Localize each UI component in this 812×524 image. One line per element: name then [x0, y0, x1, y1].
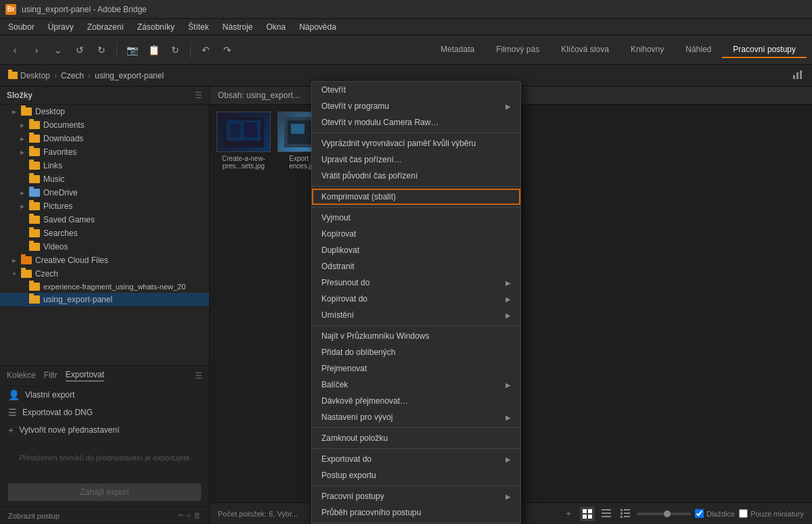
details-view-button[interactable] — [618, 506, 633, 521]
dlazdice-checkbox[interactable] — [695, 509, 704, 518]
folder-czech[interactable]: ▼ Czech — [0, 267, 209, 281]
expand-desktop: ▶ — [11, 108, 18, 115]
export-dng-icon: ☰ — [8, 407, 17, 418]
ctx-upravit-cas[interactable]: Upravit čas pořízení… — [312, 151, 520, 168]
ctx-prubeh[interactable]: Průběh pracovního postupu — [312, 504, 520, 521]
ctx-exportovat-do-label: Exportovat do — [321, 454, 371, 464]
folder-videos[interactable]: Videos — [0, 240, 209, 254]
ctx-komprimovat[interactable]: Komprimovat (sbalit) — [312, 189, 520, 205]
ctx-balicek[interactable]: Balíček ▶ — [312, 377, 520, 393]
ctx-pracovni-postupy[interactable]: Pracovní postupy ▶ — [312, 488, 520, 504]
copy-button[interactable]: 📋 — [144, 41, 163, 59]
zoom-slider[interactable] — [637, 513, 691, 515]
app-icon: Br — [5, 4, 16, 15]
export-start-button[interactable]: Zahájit export — [8, 483, 201, 501]
ctx-arrow-2: ▶ — [505, 279, 511, 287]
only-thumbs-checkbox[interactable] — [739, 509, 748, 518]
ctx-nastaveni[interactable]: Nastavení pro vývoj ▶ — [312, 409, 520, 425]
ctx-prejmenovat[interactable]: Přejmenovat — [312, 360, 520, 377]
breadcrumb-folder[interactable]: using_export-panel — [95, 71, 164, 80]
camera-button[interactable]: 📷 — [122, 41, 141, 59]
folder-pictures[interactable]: ▶ Pictures — [0, 199, 209, 213]
tab-exportovat[interactable]: Exportovat — [66, 370, 104, 381]
tab-kolekce[interactable]: Kolekce — [7, 371, 36, 381]
folder-experience[interactable]: experience-fragment_using_whats-new_20 — [0, 281, 209, 293]
ctx-vratit-cas[interactable]: Vrátit původní čas pořízení — [312, 168, 520, 184]
ctx-presunout[interactable]: Přesunout do ▶ — [312, 275, 520, 291]
grid-view-button[interactable] — [580, 506, 595, 521]
folder-music[interactable]: Music — [0, 172, 209, 186]
back2-button[interactable]: ↻ — [92, 41, 111, 59]
menu-upravy[interactable]: Úpravy — [43, 21, 79, 33]
home-button[interactable]: ↺ — [70, 41, 89, 59]
menu-nastroje[interactable]: Nástroje — [217, 21, 258, 33]
ctx-duplikovat[interactable]: Duplikovat — [312, 242, 520, 258]
ctx-davkove[interactable]: Dávkově přejmenovat… — [312, 393, 520, 409]
forward-button[interactable]: › — [27, 41, 46, 59]
ctx-camera-raw[interactable]: Otevřít v modulu Camera Raw… — [312, 114, 520, 130]
ctx-vyprazdnit[interactable]: Vyprázdnit vyrovnávací paměť kvůli výběr… — [312, 135, 520, 151]
folder-downloads[interactable]: ▶ Downloads — [0, 132, 209, 145]
add-button[interactable]: + — [561, 506, 576, 521]
ctx-davkove-label: Dávkově přejmenovat… — [321, 396, 408, 406]
menu-napoveda[interactable]: Nápověda — [294, 21, 342, 33]
ctx-odstranit[interactable]: Odstranit — [312, 258, 520, 275]
dropdown-button[interactable]: ⌄ — [49, 41, 68, 59]
undo-button[interactable]: ↶ — [196, 41, 215, 59]
folder-desktop[interactable]: ▶ Desktop — [0, 105, 209, 118]
redo-button[interactable]: ↷ — [218, 41, 237, 59]
breadcrumb-desktop[interactable]: Desktop — [8, 71, 50, 80]
folder-searches[interactable]: Searches — [0, 227, 209, 240]
thumbnail-1[interactable]: Create-a-new-pres...sets.jpg — [217, 112, 271, 170]
menu-soubor[interactable]: Soubor — [3, 21, 40, 33]
tab-metadata[interactable]: Metadata — [430, 42, 485, 58]
expand-favorites: ▶ — [19, 149, 26, 156]
ctx-zamknout-label: Zamknout položku — [321, 433, 388, 443]
folder-using-export[interactable]: using_export-panel — [0, 293, 209, 306]
ctx-kopirovat[interactable]: Kopírovat — [312, 226, 520, 242]
tab-pracovni-postupy[interactable]: Pracovní postupy — [722, 42, 807, 58]
export-new-icon: + — [8, 425, 14, 435]
back-button[interactable]: ‹ — [5, 41, 24, 59]
tab-filtr[interactable]: Filtr — [44, 371, 58, 381]
svg-rect-1 — [796, 72, 798, 79]
refresh-button[interactable]: ↻ — [166, 41, 185, 59]
ctx-najit[interactable]: Najít v Průzkumníku Windows — [312, 328, 520, 344]
list-view-button[interactable] — [599, 506, 614, 521]
breadcrumb-czech[interactable]: Czech — [61, 71, 84, 80]
export-dng[interactable]: ☰ Exportovat do DNG — [0, 404, 209, 421]
ctx-otevrit-programu-label: Otevřít v programu — [321, 101, 389, 111]
folder-icon-videos — [29, 243, 40, 251]
dlazdice-checkbox-label: Dlaždice — [695, 509, 735, 518]
show-progress[interactable]: Zobrazit postup ✏ + 🗑 — [0, 506, 209, 524]
export-panel-menu-icon[interactable]: ☰ — [195, 371, 202, 381]
folder-onedrive[interactable]: ▶ OneDrive — [0, 186, 209, 199]
ctx-umisteni[interactable]: Umístění ▶ — [312, 307, 520, 323]
folders-menu-icon[interactable]: ☰ — [195, 91, 202, 100]
ctx-otevrit[interactable]: Otevřít — [312, 82, 520, 98]
folder-favorites[interactable]: ▶ Favorites — [0, 145, 209, 159]
tab-knihovny[interactable]: Knihovny — [620, 42, 675, 58]
folder-links[interactable]: Links — [0, 159, 209, 172]
menu-okna[interactable]: Okna — [261, 21, 291, 33]
export-vlastni[interactable]: 👤 Vlastní export — [0, 386, 209, 404]
folder-cc-files[interactable]: ▶ Creative Cloud Files — [0, 254, 209, 267]
folder-icon-music — [29, 175, 40, 183]
ctx-kopirovat-do[interactable]: Kopírovat do ▶ — [312, 291, 520, 307]
menu-stitek[interactable]: Štítek — [183, 21, 215, 33]
folder-documents[interactable]: ▶ Documents — [0, 118, 209, 132]
tab-filmovy-pas[interactable]: Filmový pás — [485, 42, 550, 58]
export-new-preset[interactable]: + Vytvořit nové přednastavení — [0, 421, 209, 439]
menu-zasobniky[interactable]: Zásobníky — [132, 21, 180, 33]
ctx-exportovat-do[interactable]: Exportovat do ▶ — [312, 451, 520, 467]
expand-cc-files: ▶ — [11, 257, 18, 264]
tab-nahled[interactable]: Náhled — [675, 42, 722, 58]
ctx-postup-exportu[interactable]: Postup exportu — [312, 467, 520, 483]
tab-klicova-slova[interactable]: Klíčová slova — [550, 42, 620, 58]
ctx-zamknout[interactable]: Zamknout položku — [312, 430, 520, 446]
menu-zobrazeni[interactable]: Zobrazení — [82, 21, 129, 33]
ctx-pridat-oblibene[interactable]: Přidat do oblíbených — [312, 344, 520, 360]
folder-saved-games[interactable]: Saved Games — [0, 213, 209, 227]
ctx-otevrit-programu[interactable]: Otevřít v programu ▶ — [312, 98, 520, 114]
ctx-vyjmout[interactable]: Vyjmout — [312, 210, 520, 226]
